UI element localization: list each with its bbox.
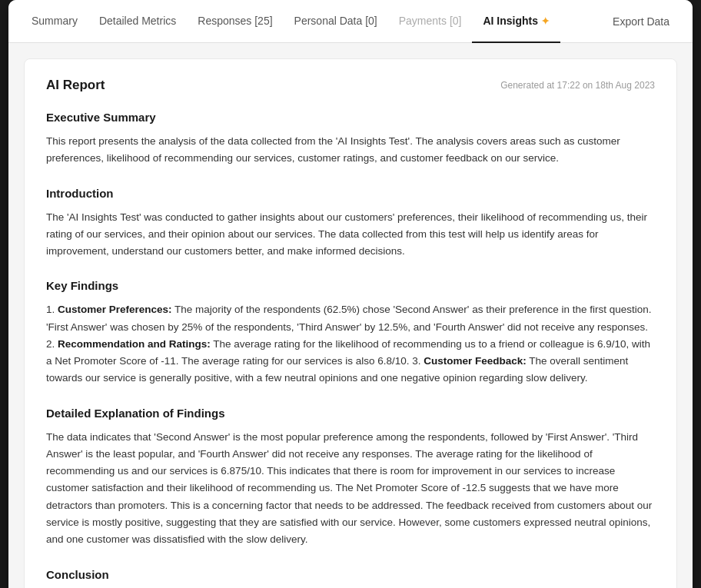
tab-bar: Summary Detailed Metrics Responses [25] …: [8, 0, 693, 43]
key-findings-prefix-1: 1.: [46, 304, 58, 315]
tab-responses[interactable]: Responses [25]: [187, 0, 283, 43]
tab-personal-data[interactable]: Personal Data [0]: [284, 0, 388, 43]
tab-summary[interactable]: Summary: [21, 0, 88, 43]
section-title-detailed-explanation: Detailed Explanation of Findings: [46, 404, 655, 423]
tab-detailed-metrics[interactable]: Detailed Metrics: [88, 0, 187, 43]
report-header: AI Report Generated at 17:22 on 18th Aug…: [46, 78, 655, 93]
section-title-key-findings: Key Findings: [46, 277, 655, 295]
section-title-conclusion: Conclusion: [46, 566, 655, 584]
section-text-introduction: The 'AI Insights Test' was conducted to …: [46, 209, 655, 261]
tab-ai-insights[interactable]: AI Insights ✦: [472, 0, 560, 43]
key-findings-bold-1: Customer Preferences:: [58, 304, 172, 315]
key-findings-bold-2: Recommendation and Ratings:: [58, 338, 211, 350]
section-text-key-findings: 1. Customer Preferences: The majority of…: [46, 301, 655, 387]
report-card: AI Report Generated at 17:22 on 18th Aug…: [24, 58, 677, 588]
section-text-detailed-explanation: The data indicates that 'Second Answer' …: [46, 429, 655, 549]
report-body: Executive Summary This report presents t…: [46, 108, 655, 585]
section-executive-summary: Executive Summary This report presents t…: [46, 108, 655, 168]
section-detailed-explanation: Detailed Explanation of Findings The dat…: [46, 404, 655, 549]
tab-export-data[interactable]: Export Data: [602, 0, 680, 42]
section-text-executive-summary: This report presents the analysis of the…: [46, 133, 655, 168]
section-introduction: Introduction The 'AI Insights Test' was …: [46, 184, 655, 261]
section-title-executive-summary: Executive Summary: [46, 108, 655, 127]
section-key-findings: Key Findings 1. Customer Preferences: Th…: [46, 277, 655, 387]
content-area: AI Report Generated at 17:22 on 18th Aug…: [8, 43, 693, 588]
main-window: Summary Detailed Metrics Responses [25] …: [8, 0, 693, 588]
star-icon: ✦: [541, 15, 550, 27]
tab-payments[interactable]: Payments [0]: [388, 0, 473, 43]
section-conclusion: Conclusion: [46, 566, 655, 584]
section-title-introduction: Introduction: [46, 184, 655, 203]
key-findings-bold-3: Customer Feedback:: [424, 355, 527, 367]
report-generated: Generated at 17:22 on 18th Aug 2023: [500, 80, 655, 91]
report-title: AI Report: [46, 78, 105, 93]
